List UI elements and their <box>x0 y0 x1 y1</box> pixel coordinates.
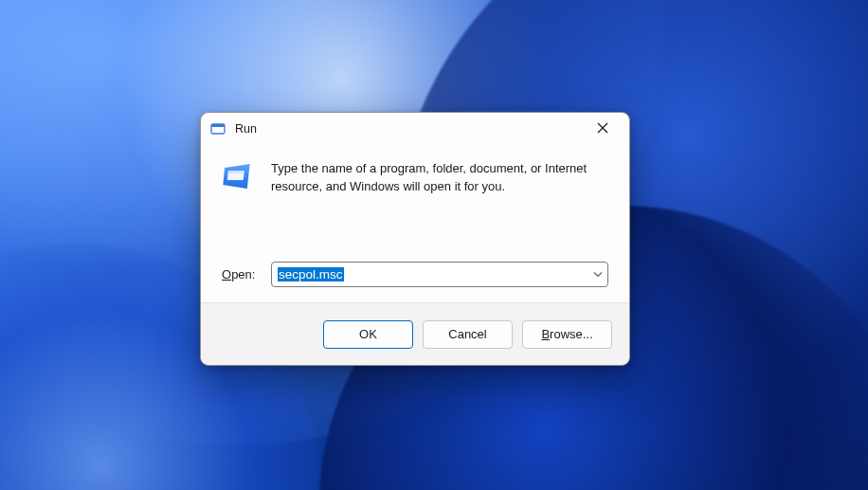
chevron-down-icon[interactable] <box>593 267 603 281</box>
run-dialog: Run <box>200 112 630 366</box>
dialog-body: Type the name of a program, folder, docu… <box>201 145 629 302</box>
dialog-description: Type the name of a program, folder, docu… <box>271 160 608 196</box>
close-icon <box>597 122 608 136</box>
browse-button-label: Browse... <box>541 327 592 341</box>
open-input-value: secpol.msc <box>278 267 344 281</box>
run-titlebar-icon <box>210 121 226 136</box>
ok-button-label: OK <box>359 327 377 341</box>
desktop-wallpaper: Run <box>0 0 868 490</box>
svg-line-3 <box>598 123 607 133</box>
run-program-icon <box>222 160 256 194</box>
browse-button[interactable]: Browse... <box>522 320 612 349</box>
open-label: Open: <box>222 267 263 281</box>
open-combobox[interactable]: secpol.msc <box>271 262 608 287</box>
open-input[interactable]: secpol.msc <box>271 262 608 287</box>
cancel-button[interactable]: Cancel <box>423 320 513 349</box>
ok-button[interactable]: OK <box>323 320 413 349</box>
svg-rect-1 <box>211 124 225 127</box>
dialog-footer: OK Cancel Browse... <box>201 302 629 365</box>
dialog-title: Run <box>235 122 257 136</box>
titlebar[interactable]: Run <box>201 113 629 145</box>
cancel-button-label: Cancel <box>448 327 486 341</box>
svg-rect-5 <box>228 171 244 173</box>
svg-line-2 <box>598 123 607 133</box>
close-button[interactable] <box>582 115 624 143</box>
